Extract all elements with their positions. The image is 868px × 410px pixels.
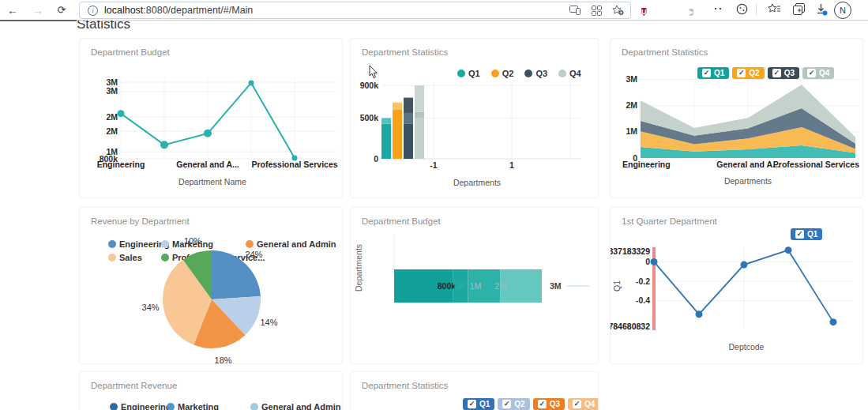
department-budget-bullet-chart[interactable]: 800k1M1M2M3MDepartments	[351, 208, 598, 363]
legend-dot	[250, 403, 258, 410]
department-statistics-bar-chart[interactable]: 0500k900k-11Departments	[351, 39, 598, 197]
data-point	[118, 110, 125, 117]
series-toggle-q3[interactable]: ✓Q3	[768, 67, 799, 79]
department-budget-line-chart[interactable]: 3M3M2M2M1M800kEngineeringGeneral and A..…	[80, 39, 342, 197]
toolbar-accent-strip	[0, 20, 77, 21]
legend-item-q4[interactable]: Q4	[558, 69, 581, 78]
series-toggle-q4[interactable]: ✓Q4	[802, 67, 834, 79]
forward-icon[interactable]: →	[30, 0, 46, 20]
bar-q2	[393, 109, 402, 159]
legend-label: Engineering	[121, 402, 171, 410]
y-max-label: 50337183329	[611, 246, 650, 256]
pie-percent-label: 14%	[261, 318, 278, 327]
legend-label: Q3	[535, 69, 547, 78]
legend-item-q3[interactable]: Q3	[524, 69, 547, 78]
y-tick-label: 0	[645, 257, 650, 266]
ublock-extension-icon[interactable]: U	[641, 3, 654, 16]
x-axis-title: Departments	[453, 178, 501, 187]
add-favorite-icon[interactable]	[612, 5, 624, 16]
card-first-quarter-department: 1st Quarter Department 0-0.2-0.450337183…	[610, 207, 863, 364]
y-tick-label: 500k	[360, 113, 379, 122]
series-toggle-q2[interactable]: ✓Q2	[498, 398, 529, 410]
refresh-icon[interactable]: ⟳	[54, 0, 70, 20]
y-tick-label: 1M	[626, 126, 637, 136]
series-toggle-q1[interactable]: ✓Q1	[463, 398, 494, 410]
toolbar-divider	[756, 4, 757, 15]
series-toggle-q2[interactable]: ✓Q2	[732, 67, 764, 79]
bullet-inner-label: 1M	[470, 281, 482, 291]
x-category-label: General and A...	[176, 160, 239, 169]
x-category-label: Engineering	[97, 160, 145, 169]
google-extension-icon[interactable]	[665, 3, 678, 16]
series-toggle-q4[interactable]: ✓Q4	[568, 398, 599, 410]
legend-item-engineering[interactable]: Engineering	[110, 402, 171, 410]
checkbox-checked-icon: ✓	[772, 69, 781, 77]
chart-title: Department Budget	[91, 47, 170, 57]
legend-item-general-and-admin[interactable]: General and Admin	[250, 402, 340, 410]
y-tick-label: 2M	[106, 126, 118, 136]
checkbox-checked-icon: ✓	[502, 400, 511, 408]
mouse-cursor	[370, 66, 377, 78]
bar-q3	[404, 124, 413, 159]
y-tick-label: 0	[374, 154, 378, 164]
checkbox-checked-icon: ✓	[538, 400, 547, 408]
favorites-list-icon[interactable]	[768, 3, 780, 16]
collections-icon[interactable]	[793, 3, 806, 16]
url-text[interactable]: localhost:8080/department/#/Main	[104, 5, 253, 16]
revenue-pie-chart[interactable]: 24%14%18%34%10%	[80, 208, 342, 363]
y-tick-label: 2M	[626, 100, 637, 110]
url-host: localhost	[104, 5, 143, 16]
chart-title: Department Statistics	[362, 381, 448, 390]
legend-label: General and Admin	[261, 402, 340, 410]
card-department-revenue: Department Revenue EngineeringMarketingG…	[79, 371, 343, 410]
send-to-device-icon[interactable]	[569, 6, 581, 15]
checkbox-checked-icon: ✓	[737, 69, 746, 77]
bar-chart-legend: Q1Q2Q3Q4	[457, 69, 581, 78]
x-category-label: Engineering	[622, 160, 671, 169]
data-point	[696, 310, 703, 318]
x-category-label: Professional Services	[773, 160, 859, 169]
department-statistics-area-chart[interactable]: 01M2M3MEngineeringGeneral and A...Profes…	[611, 39, 862, 197]
x-category-label: General and A...	[716, 160, 780, 169]
toggle-label: Q1	[807, 230, 817, 239]
series-toggle-q1[interactable]: ✓Q1	[697, 67, 729, 79]
back-icon[interactable]: ←	[5, 0, 21, 20]
q1-series-toggle-row: ✓Q1	[791, 228, 822, 240]
y-axis-title: Departments	[354, 244, 363, 292]
legend-dot	[457, 70, 465, 77]
checkbox-checked-icon: ✓	[795, 230, 804, 239]
extensions-puzzle-icon[interactable]	[736, 3, 749, 16]
address-bar[interactable]: i localhost:8080/department/#/Main	[79, 2, 631, 19]
series-toggle-q1[interactable]: ✓Q1	[791, 228, 822, 240]
legend-item-q1[interactable]: Q1	[457, 69, 480, 78]
data-point	[785, 246, 792, 254]
download-icon[interactable]	[815, 3, 828, 16]
chart-title: Department Statistics	[622, 47, 708, 57]
chart-title: Department Budget	[362, 216, 441, 226]
toggle-label: Q2	[514, 400, 524, 408]
series-toggle-q3[interactable]: ✓Q3	[533, 398, 565, 410]
site-info-icon[interactable]: i	[88, 6, 98, 16]
pie-percent-label: 34%	[142, 303, 160, 312]
y-tick-label: 3M	[106, 77, 118, 87]
bar-q3	[404, 113, 413, 124]
legend-item-marketing[interactable]: Marketing	[167, 402, 219, 410]
legend-item-q2[interactable]: Q2	[491, 69, 514, 78]
bullet-segment	[501, 269, 542, 303]
legend-dot	[110, 403, 118, 410]
card-department-budget-line: Department Budget 3M3M2M2M1M800kEngineer…	[79, 38, 343, 198]
profile-avatar[interactable]: N	[834, 2, 851, 19]
apps-grid-icon[interactable]	[592, 6, 602, 16]
play-extension-icon[interactable]: ▶	[689, 3, 701, 16]
checkbox-checked-icon: ✓	[702, 69, 711, 77]
data-point	[249, 80, 254, 85]
bar-q2	[393, 103, 402, 110]
y-tick-label: -0.2	[636, 276, 650, 286]
chart-title: Revenue by Department	[91, 216, 190, 226]
pie-percent-label: 18%	[215, 355, 232, 363]
bar-q4	[415, 118, 424, 159]
bar-q1	[381, 118, 391, 123]
mail-extension-icon[interactable]	[712, 3, 725, 16]
first-quarter-line-chart[interactable]: 0-0.2-0.45033718332912784680832Q1Deptcod…	[611, 208, 862, 363]
data-point	[741, 261, 748, 269]
